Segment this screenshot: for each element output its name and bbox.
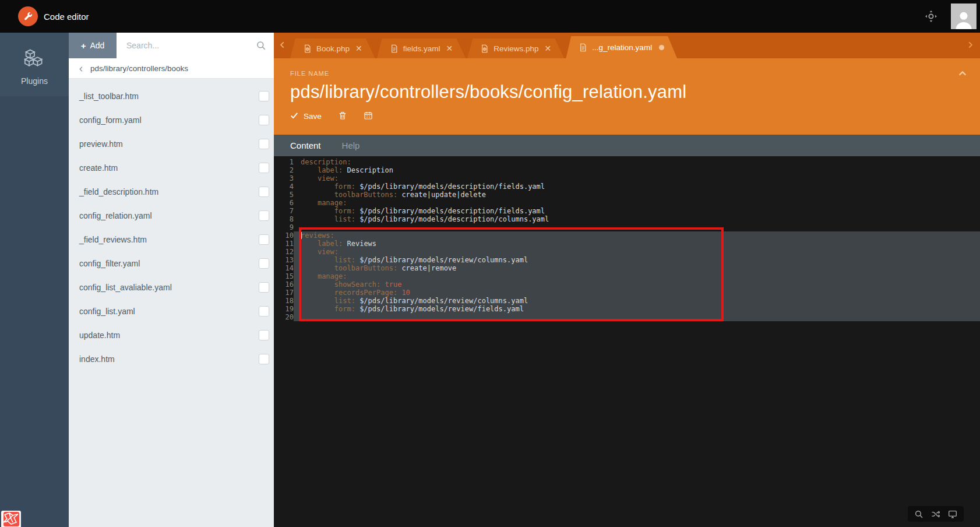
content-tab[interactable]: Content bbox=[290, 140, 321, 150]
code-line[interactable]: 6 manage: bbox=[274, 199, 980, 207]
code-editor-panel: Book.php ✕ fields.yaml ✕ Reviews.php ✕ .… bbox=[274, 33, 980, 527]
code-line[interactable]: 7 form: $/pds/library/models/description… bbox=[274, 207, 980, 215]
line-number: 3 bbox=[274, 174, 294, 182]
add-button[interactable]: + Add bbox=[69, 33, 117, 58]
file-name: config_relation.yaml bbox=[79, 211, 259, 220]
file-list-item[interactable]: config_list.yaml bbox=[69, 299, 274, 323]
file-list-item[interactable]: create.htm bbox=[69, 156, 274, 180]
code-line[interactable]: 5 toolbarButtons: create|update|delete bbox=[274, 191, 980, 199]
file-list-item[interactable]: update.htm bbox=[69, 323, 274, 347]
php-file-icon bbox=[480, 44, 489, 53]
save-button[interactable]: Save bbox=[290, 111, 322, 121]
close-icon[interactable]: ✕ bbox=[446, 44, 453, 53]
breadcrumb[interactable]: pds/library/controllers/books bbox=[69, 58, 274, 79]
laravel-badge[interactable] bbox=[1, 511, 21, 527]
code-line[interactable]: 3 view: bbox=[274, 174, 980, 182]
content-tab[interactable]: Help bbox=[342, 140, 360, 150]
file-checkbox[interactable] bbox=[259, 115, 269, 125]
code-line[interactable]: 14 toolbarButtons: create|remove bbox=[274, 264, 980, 272]
file-name: create.htm bbox=[79, 163, 259, 173]
line-number: 13 bbox=[274, 256, 294, 264]
editor-tab[interactable]: Reviews.php ✕ bbox=[467, 38, 564, 58]
avatar[interactable] bbox=[951, 3, 977, 29]
page-title: pds/library/controllers/books/config_rel… bbox=[290, 82, 980, 103]
text-cursor bbox=[301, 232, 302, 239]
editor-tab[interactable]: Book.php ✕ bbox=[290, 38, 375, 58]
file-checkbox[interactable] bbox=[259, 306, 269, 317]
collapse-header-button[interactable] bbox=[958, 69, 967, 80]
code-text: form: $/pds/library/models/description/f… bbox=[294, 182, 980, 191]
file-list-item[interactable]: config_relation.yaml bbox=[69, 203, 274, 227]
editor-search-icon[interactable] bbox=[914, 510, 923, 519]
code-text bbox=[294, 223, 980, 231]
editor-tab[interactable]: ...g_relation.yaml bbox=[566, 36, 677, 58]
tabs-scroll-right-icon[interactable] bbox=[966, 41, 975, 50]
chevron-left-icon[interactable] bbox=[78, 65, 84, 72]
file-list-item[interactable]: preview.htm bbox=[69, 132, 274, 156]
sidebar-item-label: Plugins bbox=[21, 76, 48, 86]
tabs-scroll-left-icon[interactable] bbox=[279, 41, 288, 50]
code-line[interactable]: 10reviews: bbox=[274, 231, 980, 240]
file-checkbox[interactable] bbox=[259, 187, 269, 197]
code-line[interactable]: 8 list: $/pds/library/models/description… bbox=[274, 215, 980, 223]
code-text: form: $/pds/library/models/description/f… bbox=[294, 207, 980, 215]
editor-tabs: Book.php ✕ fields.yaml ✕ Reviews.php ✕ .… bbox=[290, 36, 677, 58]
file-checkbox[interactable] bbox=[259, 282, 269, 293]
code-text: list: $/pds/library/models/review/column… bbox=[294, 256, 980, 264]
file-checkbox[interactable] bbox=[259, 354, 269, 364]
code-line[interactable]: 2 label: Description bbox=[274, 166, 980, 174]
file-name: config_form.yaml bbox=[79, 115, 259, 125]
code-line[interactable]: 4 form: $/pds/library/models/description… bbox=[274, 182, 980, 191]
code-text: description: bbox=[294, 158, 980, 166]
file-checkbox[interactable] bbox=[259, 330, 269, 340]
editor-tab-bar: Book.php ✕ fields.yaml ✕ Reviews.php ✕ .… bbox=[274, 33, 980, 58]
file-list-item[interactable]: config_form.yaml bbox=[69, 108, 274, 132]
check-icon bbox=[290, 111, 298, 121]
editor-header: FILE NAME pds/library/controllers/books/… bbox=[274, 58, 980, 135]
code-line[interactable]: 9 bbox=[274, 223, 980, 231]
sidebar-item-plugins[interactable]: Plugins bbox=[0, 33, 69, 96]
file-list-item[interactable]: config_filter.yaml bbox=[69, 251, 274, 275]
file-list-item[interactable]: index.htm bbox=[69, 347, 274, 371]
search-input[interactable] bbox=[117, 33, 274, 58]
close-icon[interactable]: ✕ bbox=[545, 44, 552, 53]
plus-icon: + bbox=[81, 41, 86, 51]
file-checkbox[interactable] bbox=[259, 163, 269, 173]
calendar-icon bbox=[364, 113, 373, 122]
history-button[interactable] bbox=[364, 111, 373, 122]
content-tab-bar: Content Help bbox=[274, 135, 980, 156]
file-checkbox[interactable] bbox=[259, 234, 269, 245]
code-line[interactable]: 13 list: $/pds/library/models/review/col… bbox=[274, 256, 980, 264]
code-line[interactable]: 18 list: $/pds/library/models/review/col… bbox=[274, 297, 980, 305]
code-area[interactable]: 1description:2 label: Description3 view:… bbox=[274, 156, 980, 527]
nav-item[interactable]: Code editor bbox=[7, 0, 100, 33]
file-list-item[interactable]: _list_toolbar.htm bbox=[69, 84, 274, 108]
add-button-label: Add bbox=[90, 41, 104, 50]
plugins-icon bbox=[23, 48, 46, 71]
editor-shuffle-icon[interactable] bbox=[931, 510, 940, 519]
code-line[interactable]: 20 bbox=[274, 313, 980, 321]
file-checkbox[interactable] bbox=[259, 258, 269, 269]
code-lines: 1description:2 label: Description3 view:… bbox=[274, 158, 980, 321]
code-line[interactable]: 11 label: Reviews bbox=[274, 240, 980, 248]
move-icon[interactable] bbox=[924, 9, 938, 23]
close-icon[interactable]: ✕ bbox=[355, 44, 362, 53]
file-checkbox[interactable] bbox=[259, 139, 269, 149]
file-list-item[interactable]: _field_description.htm bbox=[69, 180, 274, 203]
file-list-item[interactable]: _field_reviews.htm bbox=[69, 227, 274, 251]
editor-tab[interactable]: fields.yaml ✕ bbox=[377, 38, 466, 58]
code-line[interactable]: 15 manage: bbox=[274, 272, 980, 280]
file-checkbox[interactable] bbox=[259, 210, 269, 221]
code-line[interactable]: 16 showSearch: true bbox=[274, 280, 980, 289]
editor-fullscreen-icon[interactable] bbox=[948, 510, 957, 519]
code-line[interactable]: 17 recordsPerPage: 10 bbox=[274, 289, 980, 297]
code-line[interactable]: 12 view: bbox=[274, 248, 980, 256]
code-line[interactable]: 1description: bbox=[274, 158, 980, 166]
file-checkbox[interactable] bbox=[259, 91, 269, 101]
delete-button[interactable] bbox=[338, 111, 347, 122]
editor-toolbar: Save bbox=[290, 111, 980, 122]
line-number: 5 bbox=[274, 191, 294, 199]
code-text: toolbarButtons: create|update|delete bbox=[294, 191, 980, 199]
code-line[interactable]: 19 form: $/pds/library/models/review/fie… bbox=[274, 305, 980, 313]
file-list-item[interactable]: config_list_avaliable.yaml bbox=[69, 275, 274, 299]
